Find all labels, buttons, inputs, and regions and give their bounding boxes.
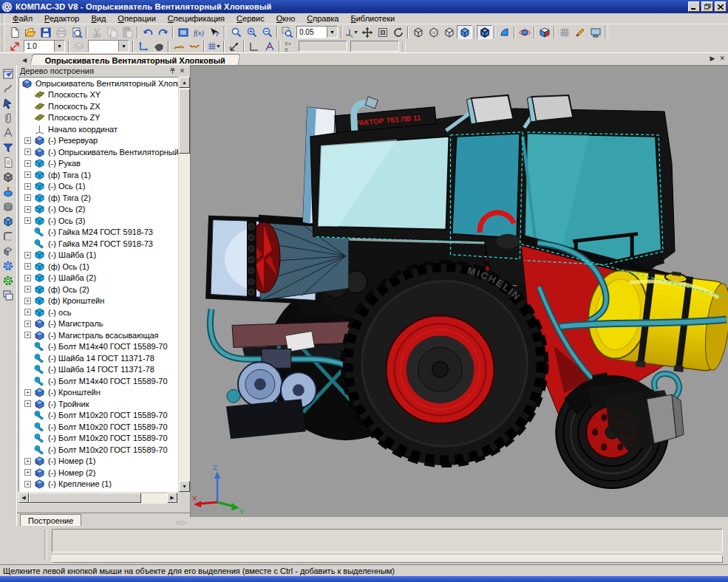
extrude-blue-button[interactable]	[1, 185, 16, 199]
tree-item[interactable]: Плоскость ZX	[19, 100, 176, 112]
tree-item[interactable]: +(ф) Тяга (2)	[19, 192, 176, 204]
toolbar-grip[interactable]	[605, 26, 608, 38]
save-button[interactable]	[38, 25, 53, 39]
tree-item[interactable]: +(-) Резервуар	[19, 135, 176, 147]
chevron-down-icon[interactable]: ▼	[327, 27, 337, 38]
document-scale-button[interactable]	[7, 41, 22, 52]
expand-icon[interactable]: +	[24, 206, 31, 213]
toolbar-grip[interactable]	[1, 41, 5, 52]
expand-icon[interactable]: +	[24, 309, 31, 315]
perspective-button[interactable]	[497, 25, 512, 39]
tree-item[interactable]: +(-) Шайба (1)	[19, 250, 176, 261]
tree-item[interactable]: (-) Болт М10х20 ГОСТ 15589-70	[19, 421, 176, 433]
current-scale-combo[interactable]: 1.0▼	[24, 40, 65, 52]
expand-icon[interactable]: +	[24, 194, 31, 201]
viewport-3d[interactable]: ТРАКТОР Т63 ЛВ 11	[190, 65, 728, 517]
expand-icon[interactable]: +	[24, 171, 31, 178]
menu-Окно[interactable]: Окно	[271, 14, 302, 23]
toolbar-grip[interactable]	[1, 26, 5, 38]
variables-button[interactable]: f(x)	[191, 25, 206, 39]
shaded-edges-button[interactable]	[477, 25, 492, 39]
new-part-window-button[interactable]	[1, 66, 16, 81]
scroll-right-icon[interactable]: ▶	[167, 493, 177, 503]
toolbar-grip[interactable]	[402, 41, 406, 52]
zoom-frame-button[interactable]	[228, 25, 244, 39]
expand-icon[interactable]: +	[24, 321, 31, 327]
expand-icon[interactable]: +	[24, 469, 31, 476]
shell-operation-button[interactable]	[1, 244, 16, 259]
pan-button[interactable]	[359, 25, 375, 39]
tree-item[interactable]: Опрыскиватель Вентиляторный Хлопковый	[19, 78, 176, 89]
tree-item[interactable]: +(-) Крепление (2)	[19, 490, 176, 492]
tree-item[interactable]: +(-) Шайба (2)	[19, 273, 176, 284]
expand-icon[interactable]: +	[24, 183, 31, 190]
preview-button[interactable]	[69, 25, 84, 39]
expand-icon[interactable]: +	[24, 160, 31, 167]
local-cs-button[interactable]	[135, 41, 151, 52]
document-tool-button[interactable]	[1, 155, 16, 170]
menu-Библиотеки[interactable]: Библиотеки	[345, 14, 401, 23]
zoom-in-button[interactable]	[244, 25, 259, 39]
expand-icon[interactable]: +	[24, 275, 31, 281]
expand-icon[interactable]: +	[24, 389, 31, 396]
tree-item[interactable]: Плоскость ZY	[19, 112, 176, 124]
tab-construction[interactable]: Построение	[20, 514, 81, 526]
paste-button[interactable]	[120, 25, 135, 39]
tree-item[interactable]: Начало координат	[19, 123, 176, 135]
coordinate-field[interactable]	[299, 41, 347, 52]
menu-Справка[interactable]: Справка	[301, 14, 344, 23]
curve-edit-button[interactable]	[171, 41, 186, 52]
tree-item[interactable]: (-) Болт М14х40 ГОСТ 15589-70	[19, 375, 176, 387]
minimize-button[interactable]	[688, 1, 700, 12]
restore-button[interactable]	[701, 1, 713, 12]
tree-tab-arrows[interactable]: ◁ ▷	[175, 519, 186, 526]
tree-item[interactable]: +(-) Номер (2)	[19, 467, 176, 479]
current-layer-combo[interactable]: ▼	[88, 40, 129, 52]
new-button[interactable]	[7, 25, 22, 39]
tree-item[interactable]: (-) Гайка М24 ГОСТ 5918-73	[19, 227, 176, 239]
coordinate-field[interactable]	[350, 41, 399, 52]
pin-icon[interactable]	[168, 66, 177, 75]
end-sketch-button[interactable]	[151, 41, 166, 52]
tree-item[interactable]: +(ф) Кронштейн	[19, 295, 176, 307]
close-button[interactable]	[715, 1, 727, 12]
tree-item[interactable]: +(-) ось	[19, 307, 176, 318]
toolbar-grip[interactable]	[223, 26, 227, 38]
expand-icon[interactable]: +	[24, 286, 31, 292]
tree-horizontal-scrollbar[interactable]: ◀ ▶	[18, 493, 177, 504]
snap-button[interactable]	[262, 41, 277, 52]
spline-tool-button[interactable]	[1, 81, 16, 96]
tab-close-button[interactable]: ✕	[719, 55, 725, 62]
print-button[interactable]	[53, 25, 69, 39]
tree-item[interactable]: +(ф) Ось (2)	[19, 284, 176, 295]
hidden-thin-button[interactable]	[426, 25, 441, 39]
tree-item[interactable]: +(-) Ось (3)	[19, 215, 176, 227]
tree-item[interactable]: +(-) Крепление (1)	[19, 479, 176, 490]
orbit-rotate-button[interactable]	[517, 25, 532, 39]
scroll-down-icon[interactable]: ▼	[179, 481, 190, 492]
tree-item[interactable]: (-) Болт М10х20 ГОСТ 15589-70	[19, 410, 176, 422]
undo-button[interactable]	[140, 25, 155, 39]
hscroll-thumb[interactable]	[29, 493, 141, 503]
scroll-left-icon[interactable]: ◀	[18, 493, 29, 503]
expand-icon[interactable]: +	[24, 458, 31, 465]
orientation-button[interactable]: ▼	[344, 25, 359, 39]
menu-Спецификация[interactable]: Спецификация	[162, 14, 231, 23]
hidden-removed-button[interactable]	[441, 25, 457, 39]
expand-icon[interactable]: +	[24, 332, 31, 338]
tree-close-icon[interactable]: ✕	[177, 66, 187, 75]
layers-button[interactable]	[71, 41, 86, 52]
tree-item[interactable]: +(ф) Ось (1)	[19, 261, 176, 273]
redo-button[interactable]	[155, 25, 171, 39]
tree-item[interactable]: Плоскость XY	[19, 89, 176, 101]
tree-item[interactable]: +(-) Рукав	[19, 158, 176, 170]
property-bar-grip[interactable]	[44, 530, 47, 560]
tree-item[interactable]: (-) Шайба 14 ГОСТ 11371-78	[19, 364, 176, 376]
curve-edit-2-button[interactable]	[186, 41, 202, 52]
fillet-operation-button[interactable]	[1, 229, 16, 244]
tree-item[interactable]: +(-) Кронштейн	[19, 387, 176, 399]
menu-Файл[interactable]: Файл	[7, 14, 38, 23]
screen-view-button[interactable]	[588, 25, 603, 39]
tree-item[interactable]: (-) Болт М14х40 ГОСТ 15589-70	[19, 341, 176, 353]
expand-icon[interactable]: +	[24, 481, 31, 487]
